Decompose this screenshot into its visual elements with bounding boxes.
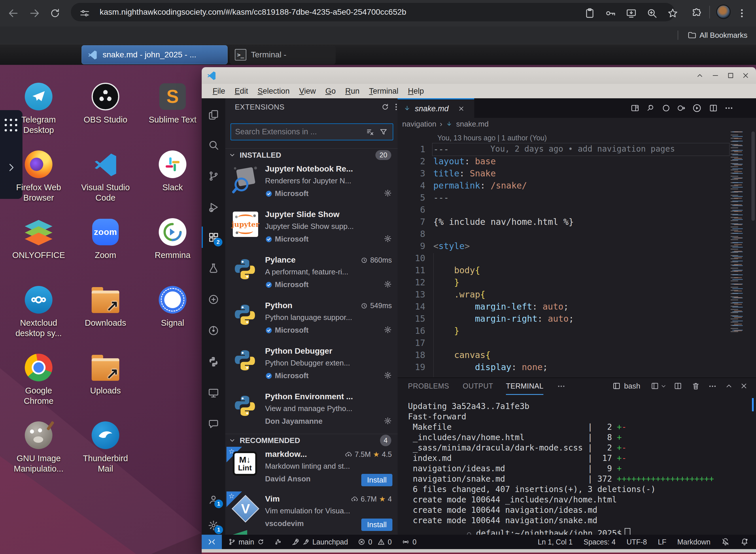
clipboard-icon[interactable] (584, 8, 595, 19)
menu-selection[interactable]: Selection (258, 87, 290, 96)
recommended-section-header[interactable]: RECOMMENDED 4 (225, 434, 397, 447)
split-terminal-icon[interactable] (674, 382, 682, 390)
all-bookmarks-button[interactable]: All Bookmarks (699, 26, 747, 44)
install-button[interactable]: Install (361, 474, 392, 486)
menu-run[interactable]: Run (345, 87, 360, 96)
extensions-puzzle-icon[interactable] (691, 7, 702, 19)
desktop-icon-obs[interactable]: OBS Studio (77, 81, 134, 125)
extensions-search-input[interactable] (235, 125, 363, 138)
launch-profile-icon[interactable] (650, 382, 659, 390)
menu-view[interactable]: View (299, 87, 316, 96)
desktop-icon-zoom[interactable]: zoomZoom (77, 217, 134, 260)
ports-indicator[interactable]: 0 (401, 538, 417, 546)
menu-file[interactable]: File (212, 87, 225, 96)
editor-scrollbar[interactable] (751, 131, 755, 221)
desktop-icon-folder[interactable]: ↗Downloads (77, 285, 134, 328)
window-titlebar[interactable]: snake.md - john_2025 - Visual Studio Cod… (202, 67, 756, 84)
extension-item-jupyter-slide-show[interactable]: jupyterJupyter Slide ShowJupyter Slide S… (225, 207, 397, 253)
breadcrumb[interactable]: navigation › snake.md (397, 118, 756, 130)
refresh-icon[interactable] (381, 103, 389, 111)
gear-icon[interactable] (384, 371, 392, 381)
extension-item-jupyter-notebook-re-[interactable]: Jupyter Notebook Re...Renderers for Jupy… (225, 161, 397, 207)
filter-icon[interactable] (379, 128, 388, 136)
url-text[interactable]: kasm.nighthawkcodingsociety.com/#/kasm/c… (100, 3, 406, 21)
open-preview-icon[interactable] (630, 104, 640, 113)
extension-item-python[interactable]: Python549msPython language suppor...Micr… (225, 298, 397, 344)
tab-snake-md[interactable]: snake.md (397, 98, 474, 118)
desktop-icon-vscode[interactable]: Visual Studio Code (77, 149, 134, 203)
activity-python-icon[interactable] (205, 354, 222, 370)
activity-jupyter-icon[interactable] (205, 291, 222, 308)
remote-indicator[interactable] (202, 535, 222, 549)
code-editor[interactable]: You, 13 hours ago | 1 author (You) You, … (397, 130, 756, 378)
activity-comments-icon[interactable] (205, 416, 222, 432)
breadcrumb-file[interactable]: snake.md (456, 120, 489, 128)
tab-problems[interactable]: PROBLEMS (408, 378, 449, 394)
minimap[interactable] (730, 131, 748, 356)
more-actions-icon[interactable] (392, 103, 397, 111)
zoom-icon[interactable] (646, 8, 657, 19)
menu-help[interactable]: Help (408, 87, 424, 96)
problems-indicator[interactable]: 0 0 (358, 538, 392, 546)
clear-filter-icon[interactable] (366, 128, 375, 136)
outline-circle-icon[interactable] (662, 104, 671, 113)
breadcrumb-folder[interactable]: navigation (402, 120, 437, 128)
menu-terminal[interactable]: Terminal (369, 87, 398, 96)
bell-icon[interactable] (741, 538, 749, 546)
reload-icon[interactable] (50, 8, 61, 19)
desktop-icon-slack[interactable]: Slack (144, 149, 201, 192)
close-tab-icon[interactable] (458, 105, 465, 112)
cursor-position[interactable]: Ln 1, Col 1 (538, 538, 573, 546)
desktop-icon-onlyoffice[interactable]: ONLYOFFICE (10, 217, 67, 260)
activity-testing-icon[interactable] (205, 260, 222, 276)
taskbar-item-vscode[interactable]: snake.md - john_2025 - ... (81, 45, 228, 64)
minimize-icon[interactable] (711, 71, 719, 79)
eol[interactable]: LF (658, 538, 666, 546)
back-icon[interactable] (7, 7, 19, 19)
extension-item-vim[interactable]: ☆VVim6.7M★4Vim emulation for Visua...vsc… (225, 491, 397, 535)
maximize-panel-icon[interactable] (725, 382, 733, 390)
gear-icon[interactable] (384, 417, 392, 427)
extension-item-python-environment-[interactable]: Python Environment ...View and manage Py… (225, 389, 397, 435)
extension-item-markdow-[interactable]: ☆M↓Lintmarkdow...7.5M★4.5Markdown lintin… (225, 447, 397, 492)
indentation[interactable]: Spaces: 4 (583, 538, 615, 546)
menu-edit[interactable]: Edit (235, 87, 248, 96)
install-button[interactable]: Install (361, 518, 392, 531)
activity-search-icon[interactable] (205, 137, 222, 153)
browser-menu-icon[interactable] (737, 8, 747, 19)
terminal-output[interactable]: Updating 3a52a43..7a1fe3bFast-forward Ma… (397, 394, 756, 535)
encoding[interactable]: UTF-8 (627, 538, 647, 546)
activity-explorer-icon[interactable] (205, 107, 222, 123)
forward-icon[interactable] (29, 7, 40, 19)
terminal-scrollbar[interactable] (752, 398, 754, 411)
desktop-icon-telegram[interactable]: Telegram Desktop (10, 81, 67, 135)
gear-icon[interactable] (384, 235, 392, 245)
desktop-icon-signal[interactable]: Signal (144, 285, 201, 328)
tab-terminal[interactable]: TERMINAL (506, 378, 544, 395)
more-actions-icon[interactable] (724, 104, 734, 113)
installed-section-header[interactable]: INSTALLED 20 (225, 149, 397, 161)
desktop-icon-firefox[interactable]: Firefox Web Browser (10, 149, 67, 203)
gear-icon[interactable] (384, 189, 392, 199)
desktop-icon-sublime[interactable]: SSublime Text (144, 81, 201, 125)
kill-terminal-icon[interactable] (691, 382, 700, 390)
desktop-icon-nextcloud[interactable]: Nextcloud desktop sy... (10, 285, 67, 338)
gear-icon[interactable] (384, 326, 392, 336)
desktop-icon-gimp[interactable]: GNU Image Manipulatio... (10, 420, 67, 474)
activity-source-control-icon[interactable] (205, 168, 222, 184)
activity-run-debug-icon[interactable] (205, 199, 222, 215)
run-file-icon[interactable] (692, 103, 702, 113)
references-icon[interactable] (677, 104, 686, 113)
desktop-icon-folder[interactable]: ↗Uploads (77, 352, 134, 396)
more-actions-icon[interactable] (708, 382, 717, 391)
shell-label[interactable]: bash (624, 378, 640, 394)
close-icon[interactable] (742, 71, 750, 79)
notifications-muted-icon[interactable] (721, 538, 730, 546)
branch-indicator[interactable]: main (228, 538, 264, 546)
launchpad-button[interactable]: Launchpad (292, 538, 348, 546)
install-screen-icon[interactable] (626, 8, 637, 19)
avatar[interactable] (716, 5, 731, 19)
extension-item-pylance[interactable]: Pylance860msA performant, feature-ri...M… (225, 253, 397, 298)
menu-go[interactable]: Go (325, 87, 336, 96)
activity-live-preview-icon[interactable] (205, 323, 222, 339)
